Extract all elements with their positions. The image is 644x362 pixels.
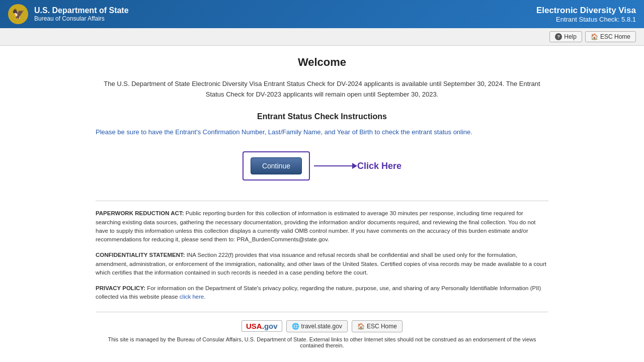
travel-state-gov-button[interactable]: 🌐 travel.state.gov [286, 320, 348, 332]
intro-text: The U.S. Department of State Electronic … [96, 79, 548, 100]
globe-icon: 🌐 [292, 323, 299, 330]
confidentiality-label: CONFIDENTIALITY STATEMENT: [96, 252, 185, 258]
esc-home-button[interactable]: 🏠 ESC Home [585, 31, 636, 42]
continue-area: Continue Click Here [96, 151, 548, 180]
paperwork-notice: PAPERWORK REDUCTION ACT: Public reportin… [96, 209, 548, 244]
dept-name: U.S. Department of State [34, 6, 129, 15]
header-left: 🦅 U.S. Department of State Bureau of Con… [8, 4, 129, 24]
privacy-notice: PRIVACY POLICY: For information on the D… [96, 284, 548, 302]
arrow-line [314, 165, 354, 166]
usa-gov-logo: USA.gov [242, 320, 282, 332]
main-content: Welcome The U.S. Department of State Ele… [80, 46, 564, 362]
privacy-text: For information on the Department of Sta… [96, 285, 541, 300]
home-icon: 🏠 [591, 33, 598, 40]
edv-subtitle: Entrant Status Check: 5.8.1 [536, 16, 636, 23]
click-here-label: Click Here [357, 161, 401, 171]
confidentiality-notice: CONFIDENTIALITY STATEMENT: INA Section 2… [96, 251, 548, 277]
footer-notices: PAPERWORK REDUCTION ACT: Public reportin… [96, 209, 548, 301]
paperwork-label: PAPERWORK REDUCTION ACT: [96, 210, 184, 216]
usa-text: USA [246, 322, 262, 330]
privacy-link[interactable]: click here. [180, 294, 206, 300]
help-button[interactable]: ? Help [549, 31, 582, 42]
divider [96, 201, 548, 201]
footer-links: USA.gov 🌐 travel.state.gov 🏠 ESC Home [96, 312, 548, 332]
click-here-annotation: Click Here [314, 161, 401, 171]
instructions-text: Please be sure to have the Entrant's Con… [96, 127, 548, 138]
help-icon: ? [555, 33, 562, 40]
header-title: U.S. Department of State Bureau of Consu… [34, 6, 129, 22]
welcome-title: Welcome [96, 56, 548, 69]
continue-wrapper: Continue [243, 151, 310, 180]
footer-esc-home-button[interactable]: 🏠 ESC Home [352, 320, 403, 332]
state-dept-seal: 🦅 [8, 4, 28, 24]
footer-home-icon: 🏠 [357, 323, 365, 330]
continue-button[interactable]: Continue [251, 157, 302, 174]
edv-title: Electronic Diversity Visa [536, 6, 636, 16]
header-right: Electronic Diversity Visa Entrant Status… [536, 6, 636, 23]
top-nav-bar: ? Help 🏠 ESC Home [0, 28, 644, 46]
page-header: 🦅 U.S. Department of State Bureau of Con… [0, 0, 644, 28]
instructions-title: Entrant Status Check Instructions [96, 112, 548, 121]
bureau-name: Bureau of Consular Affairs [34, 15, 129, 22]
footer-disclaimer: This site is managed by the Bureau of Co… [96, 336, 548, 356]
privacy-label: PRIVACY POLICY: [96, 285, 145, 291]
gov-text: gov [264, 322, 278, 330]
